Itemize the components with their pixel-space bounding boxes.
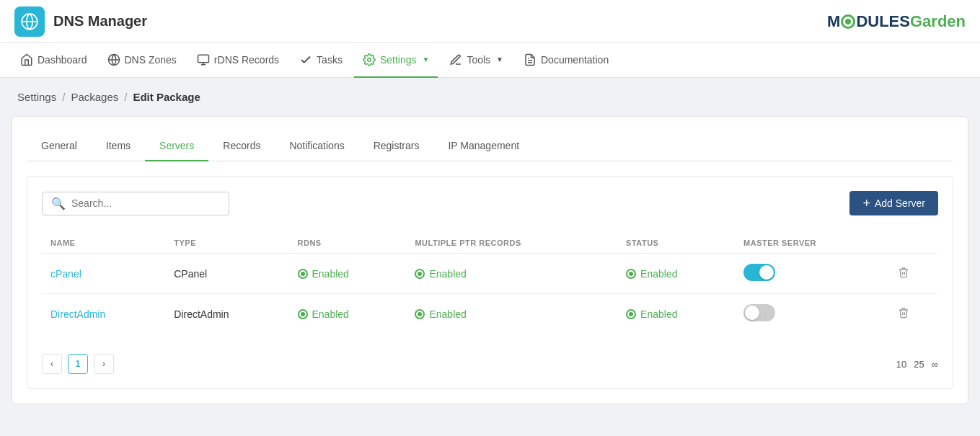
nav-dns-zones-label: DNS Zones: [125, 54, 177, 66]
tab-registrars[interactable]: Registrars: [359, 131, 434, 161]
nav-rdns-records[interactable]: rDNS Records: [188, 43, 288, 78]
nav-dns-zones[interactable]: DNS Zones: [99, 43, 185, 78]
row-2-master-toggle[interactable]: [743, 304, 775, 321]
nav-rdns-records-label: rDNS Records: [214, 54, 279, 66]
toggle-knob: [759, 265, 774, 280]
tools-chevron-icon: ▼: [496, 55, 503, 63]
tab-ip-management[interactable]: IP Management: [433, 131, 534, 161]
toolbar: 🔍 + Add Server: [42, 191, 938, 215]
col-name: NAME: [42, 233, 165, 254]
table-header: NAME TYPE RDNS MULTIPLE PTR RECORDS STAT…: [42, 233, 938, 254]
col-actions: [889, 233, 938, 254]
nav-tools-label: Tools: [467, 54, 490, 66]
breadcrumb-sep-1: /: [62, 91, 65, 103]
main-nav: Dashboard DNS Zones rDNS Records Tasks S…: [0, 43, 980, 78]
servers-panel: 🔍 + Add Server NAME TYPE RDNS MULTIPLE P…: [27, 176, 953, 389]
tab-notifications[interactable]: Notifications: [275, 131, 358, 161]
row-1-multiple-ptr: Enabled: [415, 268, 609, 280]
next-page-button[interactable]: ›: [94, 354, 114, 374]
row-1-master-toggle[interactable]: [743, 264, 775, 281]
svg-rect-4: [198, 55, 208, 63]
tab-records[interactable]: Records: [208, 131, 275, 161]
app-logo: [14, 6, 45, 37]
header: DNS Manager MDULESGarden: [0, 0, 980, 43]
row-1-rdns: Enabled: [298, 268, 398, 280]
settings-chevron-icon: ▼: [423, 55, 430, 63]
col-rdns: RDNS: [289, 233, 407, 254]
multiple-ptr-enabled-icon-2: [415, 309, 425, 319]
rdns-enabled-icon: [298, 269, 308, 279]
page-size-25[interactable]: 25: [914, 359, 924, 370]
tab-items[interactable]: Items: [92, 131, 145, 161]
table-row: DirectAdmin DirectAdmin Enabled Enable: [42, 294, 938, 334]
nav-settings-label: Settings: [380, 54, 417, 66]
nav-tasks-label: Tasks: [317, 54, 343, 66]
servers-table: NAME TYPE RDNS MULTIPLE PTR RECORDS STAT…: [42, 233, 938, 334]
modules-garden-logo: MDULESGarden: [827, 12, 966, 31]
main-card: General Items Servers Records Notificati…: [12, 116, 968, 404]
row-1-name[interactable]: cPanel: [50, 268, 81, 280]
page-size-10[interactable]: 10: [896, 359, 906, 370]
col-type: TYPE: [165, 233, 288, 254]
search-input[interactable]: [71, 197, 220, 209]
app-title: DNS Manager: [53, 13, 147, 30]
rdns-enabled-icon-2: [298, 309, 308, 319]
breadcrumb-bar: Settings / Packages / Edit Package: [0, 78, 980, 116]
page-size-all[interactable]: ∞: [932, 359, 938, 370]
breadcrumb: Settings / Packages / Edit Package: [17, 91, 963, 103]
status-enabled-icon: [626, 269, 636, 279]
main-content: General Items Servers Records Notificati…: [0, 116, 980, 416]
status-enabled-icon-2: [626, 309, 636, 319]
page-size-options: 10 25 ∞: [896, 359, 938, 370]
col-master-server: MASTER SERVER: [735, 233, 889, 254]
toggle-knob-2: [745, 306, 759, 320]
nav-settings[interactable]: Settings ▼: [354, 43, 438, 78]
breadcrumb-current: Edit Package: [133, 91, 200, 103]
col-status: STATUS: [617, 233, 735, 254]
nav-tools[interactable]: Tools ▼: [441, 43, 512, 78]
header-left: DNS Manager: [14, 6, 147, 37]
breadcrumb-settings[interactable]: Settings: [17, 91, 56, 103]
row-2-multiple-ptr: Enabled: [415, 308, 609, 320]
row-2-rdns: Enabled: [298, 308, 398, 320]
page-1-button[interactable]: 1: [68, 354, 88, 374]
nav-documentation-label: Documentation: [541, 54, 609, 66]
table-body: cPanel CPanel Enabled Enabled: [42, 254, 938, 334]
row-1-delete-button[interactable]: [898, 269, 909, 281]
prev-page-button[interactable]: ‹: [42, 354, 62, 374]
multiple-ptr-enabled-icon: [415, 269, 425, 279]
plus-icon: +: [862, 197, 870, 210]
table-row: cPanel CPanel Enabled Enabled: [42, 254, 938, 294]
search-box[interactable]: 🔍: [42, 192, 229, 215]
row-2-name[interactable]: DirectAdmin: [50, 308, 105, 320]
search-icon: 🔍: [51, 197, 66, 210]
row-2-delete-button[interactable]: [898, 309, 909, 321]
nav-dashboard[interactable]: Dashboard: [12, 43, 96, 78]
tab-servers[interactable]: Servers: [145, 131, 208, 161]
add-server-label: Add Server: [875, 197, 925, 209]
row-1-type: CPanel: [174, 268, 207, 280]
row-1-status: Enabled: [626, 268, 726, 280]
row-2-type: DirectAdmin: [174, 308, 229, 320]
nav-dashboard-label: Dashboard: [37, 54, 87, 66]
svg-point-7: [368, 58, 371, 61]
tabs: General Items Servers Records Notificati…: [27, 131, 953, 161]
breadcrumb-packages[interactable]: Packages: [71, 91, 118, 103]
pagination: ‹ 1 › 10 25 ∞: [42, 345, 938, 374]
row-2-status: Enabled: [626, 308, 726, 320]
add-server-button[interactable]: + Add Server: [849, 191, 938, 215]
nav-documentation[interactable]: Documentation: [515, 43, 617, 78]
breadcrumb-sep-2: /: [124, 91, 127, 103]
page-nav: ‹ 1 ›: [42, 354, 114, 374]
nav-tasks[interactable]: Tasks: [291, 43, 351, 78]
col-multiple-ptr: MULTIPLE PTR RECORDS: [406, 233, 617, 254]
tab-general[interactable]: General: [27, 131, 92, 161]
